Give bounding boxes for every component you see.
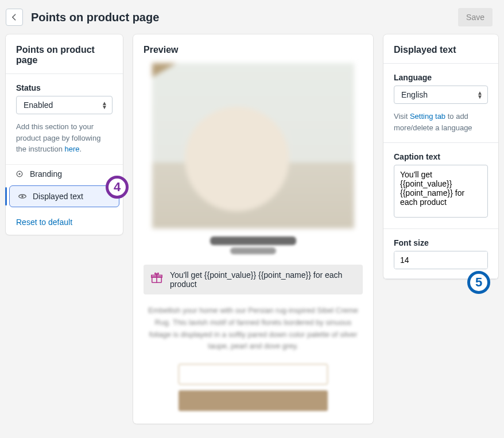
status-value: Enabled <box>24 100 53 110</box>
buy-now-button[interactable]: Buy it now <box>179 390 328 411</box>
annotation-badge-5: 5 <box>467 271 490 294</box>
branding-icon <box>15 169 24 179</box>
arrow-left-icon <box>10 13 19 22</box>
status-select[interactable]: Enabled ▲▼ <box>16 96 113 114</box>
sidebar-card-title: Points on product page <box>6 34 123 74</box>
language-value: English <box>401 90 428 99</box>
save-button[interactable]: Save <box>458 8 493 26</box>
product-price: $69.00 USD <box>230 247 276 254</box>
points-banner: You'll get {{point_value}} {{point_name}… <box>144 265 363 294</box>
eye-icon <box>18 192 27 201</box>
chevron-updown-icon: ▲▼ <box>102 101 107 109</box>
sidebar-item-branding[interactable]: Branding <box>6 164 123 183</box>
status-helper: Add this section to your product page by… <box>16 121 113 155</box>
preview-title: Preview <box>133 34 373 63</box>
page-title: Points on product page <box>31 11 450 24</box>
back-button[interactable] <box>6 9 23 26</box>
preview-card: Preview SIBEL CREME RUG $69.00 USD You'l… <box>133 34 373 424</box>
sidebar-item-label: Branding <box>30 169 62 179</box>
sidebar-item-label: Displayed text <box>33 192 83 201</box>
font-size-label: Font size <box>394 238 488 247</box>
setting-tab-link[interactable]: Setting tab <box>410 112 445 121</box>
product-name: SIBEL CREME RUG <box>210 237 296 245</box>
annotation-badge-4: 4 <box>106 176 129 199</box>
svg-point-1 <box>18 173 20 175</box>
language-label: Language <box>394 73 488 82</box>
font-size-field[interactable] <box>394 251 488 269</box>
reset-to-default-link[interactable]: Reset to default <box>6 210 123 235</box>
points-caption: You'll get {{point_value}} {{point_name}… <box>170 270 356 289</box>
product-description: Embellish your home with our Persian rug… <box>144 305 363 352</box>
sidebar-item-displayed-text[interactable]: Displayed text <box>9 185 119 207</box>
displayed-text-title: Displayed text <box>383 34 498 64</box>
instruction-link[interactable]: here <box>65 145 80 153</box>
caption-textarea[interactable] <box>394 165 488 218</box>
gift-icon <box>150 272 163 284</box>
displayed-text-card: Displayed text Language English ▲▼ Visit… <box>383 34 498 279</box>
language-select[interactable]: English ▲▼ <box>394 86 488 104</box>
sidebar-card: Points on product page Status Enabled ▲▼… <box>6 34 123 235</box>
add-to-cart-button[interactable]: Add to cart <box>179 364 328 385</box>
language-helper: Visit Setting tab to add more/delete a l… <box>394 111 488 133</box>
font-size-input[interactable]: ▲ ▼ <box>394 251 488 269</box>
caption-label: Caption text <box>394 152 488 161</box>
svg-point-2 <box>21 195 24 197</box>
chevron-updown-icon: ▲▼ <box>477 91 483 99</box>
product-image <box>152 63 354 228</box>
status-label: Status <box>16 83 113 92</box>
